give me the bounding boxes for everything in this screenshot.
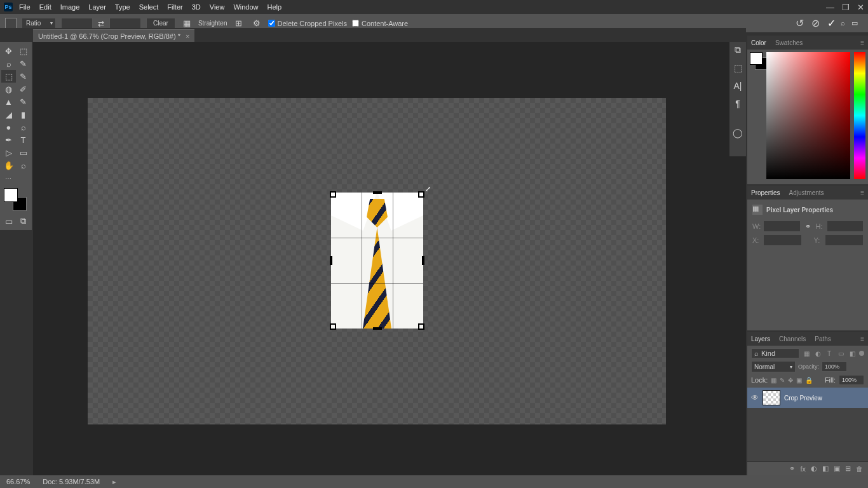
prop-h-input[interactable] [827,221,864,231]
ratio-dropdown[interactable]: Ratio [22,18,56,29]
path-select-tool[interactable]: ▷ [1,146,16,159]
tab-swatches[interactable]: Swatches [775,39,803,46]
layer-mask-icon[interactable]: ◐ [811,464,817,473]
link-layers-icon[interactable]: ⚭ [789,464,795,473]
delete-cropped-input[interactable] [268,20,275,27]
crop-handle-right[interactable] [422,256,424,265]
dock-history-icon[interactable]: ⧉ [735,44,741,55]
pen-tool[interactable]: ✒ [1,133,16,146]
dock-paragraph-icon[interactable]: ¶ [735,98,740,109]
marquee-tool[interactable]: ⬚ [16,44,31,57]
tab-channels[interactable]: Channels [779,336,806,342]
crop-handle-bottom-right[interactable] [418,323,424,330]
clear-button[interactable]: Clear [146,18,175,29]
delete-cropped-checkbox[interactable]: Delete Cropped Pixels [268,20,347,27]
dodge-tool[interactable]: ⌕ [16,121,31,133]
commit-crop-icon[interactable]: ✓ [827,17,836,29]
filter-adjust-icon[interactable]: ◐ [813,349,822,358]
menu-filter[interactable]: Filter [167,3,182,11]
lock-paint-icon[interactable]: ✎ [780,377,785,384]
fill-input[interactable]: 100% [839,375,864,385]
workspace-icon[interactable]: ▭ [851,19,858,27]
tab-properties[interactable]: Properties [751,189,780,196]
menu-type[interactable]: Type [115,3,130,11]
menu-3d[interactable]: 3D [192,3,201,11]
hand-tool[interactable]: ✋ [1,159,16,172]
filter-pixel-icon[interactable]: ▦ [802,349,811,358]
color-hue-strip[interactable] [854,52,865,179]
crop-handle-top-left[interactable] [330,191,336,198]
prop-x-input[interactable] [764,235,801,245]
crop-handle-top-right[interactable] [418,191,424,198]
doc-size[interactable]: Doc: 5.93M/7.53M [43,478,100,485]
layer-name[interactable]: Crop Preview [784,395,822,402]
adjustment-layer-icon[interactable]: ◧ [822,464,829,473]
menu-edit[interactable]: Edit [39,3,51,11]
content-aware-checkbox[interactable]: Content-Aware [352,20,408,27]
opacity-input[interactable]: 100% [822,362,847,372]
swap-dimensions-icon[interactable]: ⇄ [98,19,104,28]
close-button[interactable]: ✕ [857,3,864,12]
tab-paths[interactable]: Paths [815,336,831,342]
menu-select[interactable]: Select [139,3,159,11]
lock-transparency-icon[interactable]: ▦ [771,377,776,384]
content-aware-input[interactable] [352,20,359,27]
layer-visibility-icon[interactable]: 👁 [751,393,759,402]
cancel-crop-icon[interactable]: ⊘ [811,17,820,29]
brush-tool[interactable]: ✐ [16,83,31,95]
menu-file[interactable]: File [19,3,31,11]
canvas[interactable]: ⤢ [33,42,746,475]
layer-item[interactable]: 👁 Crop Preview [747,388,868,408]
eraser-tool[interactable]: ◢ [1,108,16,121]
crop-handle-left[interactable] [330,256,332,265]
gradient-tool[interactable]: ▮ [16,108,31,121]
filter-shape-icon[interactable]: ▭ [836,349,845,358]
reset-crop-icon[interactable]: ↺ [796,17,804,29]
tab-color[interactable]: Color [751,39,766,46]
screen-mode-icon[interactable]: ⧉ [16,215,31,227]
crop-tool-icon[interactable] [5,18,17,29]
crop-height-input[interactable] [109,18,141,29]
layers-panel-menu-icon[interactable]: ≡ [860,336,864,342]
lock-all-icon[interactable]: 🔒 [805,377,813,384]
status-flyout-icon[interactable]: ▸ [112,478,116,486]
prop-y-input[interactable] [825,235,863,245]
crop-handle-bottom[interactable] [373,327,382,330]
zoom-tool[interactable]: ⌕ [16,159,31,172]
clone-tool[interactable]: ▲ [1,95,16,108]
blur-tool[interactable]: ● [1,121,16,133]
dock-brushes-icon[interactable]: ⬚ [734,63,742,73]
foreground-color[interactable] [4,188,18,202]
blend-mode-dropdown[interactable]: Normal [751,361,796,372]
dock-libraries-icon[interactable]: ◯ [733,128,743,138]
delete-layer-icon[interactable]: 🗑 [856,465,863,473]
new-layer-icon[interactable]: ⊞ [845,464,851,473]
tab-adjustments[interactable]: Adjustments [789,189,824,196]
filter-smart-icon[interactable]: ◧ [848,349,857,358]
menu-window[interactable]: Window [233,3,258,11]
lasso-tool[interactable]: ⌕ [1,57,16,70]
layer-fx-icon[interactable]: fx [800,465,806,473]
healing-tool[interactable]: ◍ [1,83,16,95]
filter-type-icon[interactable]: T [825,349,834,358]
properties-panel-menu-icon[interactable]: ≡ [860,189,864,196]
lock-artboard-icon[interactable]: ▣ [796,377,802,384]
layer-filter-search[interactable]: ⌕Kind [751,348,799,358]
crop-width-input[interactable] [61,18,93,29]
quick-mask-icon[interactable]: ▭ [1,215,16,227]
layer-thumbnail[interactable] [763,390,780,405]
tab-layers[interactable]: Layers [751,336,770,342]
search-icon[interactable]: ⌕ [841,19,845,27]
history-brush-tool[interactable]: ✎ [16,95,31,108]
document-tab[interactable]: Untitled-1 @ 66.7% (Crop Preview, RGB/8#… [33,29,194,42]
link-dimensions-icon[interactable]: ⚭ [803,222,813,231]
shape-tool[interactable]: ▭ [16,146,31,159]
color-saturation-field[interactable] [766,52,850,179]
dock-character-icon[interactable]: A| [734,81,742,91]
menu-view[interactable]: View [210,3,225,11]
color-fg-swatch[interactable] [750,52,763,65]
menu-layer[interactable]: Layer [88,3,106,11]
crop-selection[interactable]: ⤢ [331,193,423,329]
type-tool[interactable]: T [16,133,31,146]
color-panel-menu-icon[interactable]: ≡ [860,39,864,46]
